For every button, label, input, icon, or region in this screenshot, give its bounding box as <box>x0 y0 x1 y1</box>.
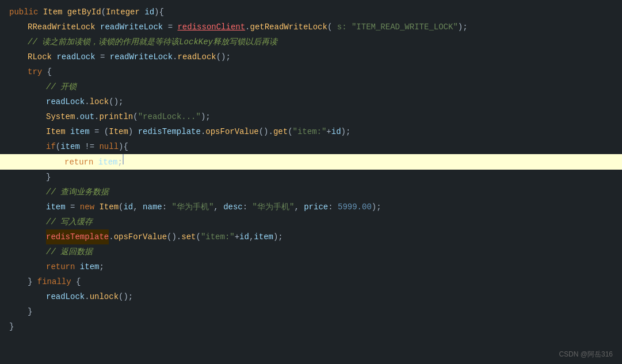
token-param-name: price <box>304 200 328 214</box>
token-method: lock <box>90 94 109 109</box>
code-line: } <box>0 319 622 334</box>
code-line: // 开锁 <box>0 79 622 94</box>
token-plain <box>66 124 70 139</box>
token-plain: , <box>213 200 223 214</box>
watermark: CSDN @阿岳316 <box>559 350 613 359</box>
token-var: item <box>46 200 66 214</box>
token-type: Integer <box>106 5 140 20</box>
token-comment: // 返回数据 <box>46 244 93 259</box>
token-var: id <box>144 5 154 20</box>
code-line: } <box>0 304 622 319</box>
token-plain: (). <box>167 229 181 244</box>
token-plain: (); <box>109 94 123 109</box>
token-plain: = <box>96 49 110 64</box>
token-plain: , <box>133 200 143 214</box>
token-plain: : <box>328 200 338 214</box>
token-plain: . <box>94 109 99 124</box>
code-line: return item; <box>0 259 622 274</box>
token-str: "华为手机" <box>172 200 214 214</box>
token-type: Item <box>99 200 119 214</box>
token-method: set <box>181 229 196 244</box>
token-var: item <box>80 259 100 274</box>
token-comment: // 查询业务数据 <box>46 185 109 200</box>
token-plain <box>96 20 100 35</box>
token-plain: + <box>326 124 331 139</box>
token-plain: { <box>71 274 81 289</box>
token-str: s: <box>337 20 347 35</box>
token-red-under: redissonClient <box>177 20 245 35</box>
token-plain <box>94 200 99 214</box>
token-var: readWriteLock <box>100 20 163 35</box>
token-type: RReadWriteLock <box>28 20 96 35</box>
token-comment: // 开锁 <box>46 79 77 94</box>
token-type: System <box>46 109 75 124</box>
token-plain: (); <box>119 289 133 304</box>
token-plain <box>347 20 352 35</box>
token-plain: = <box>66 200 80 214</box>
code-block: public Item getById(Integer id){RReadWri… <box>0 0 622 339</box>
token-null-kw: null <box>99 139 119 154</box>
token-plain: ) <box>128 124 138 139</box>
token-method: unlock <box>90 289 119 304</box>
token-plain: ){ <box>154 5 164 20</box>
token-num: 5999.00 <box>338 200 372 214</box>
token-kw: finally <box>37 274 71 289</box>
code-line: RReadWriteLock readWriteLock = redissonC… <box>0 20 622 35</box>
token-plain: ( <box>119 200 123 214</box>
code-line: try { <box>0 64 622 79</box>
token-plain: ( <box>101 5 106 20</box>
token-method: getReadWriteLock <box>250 20 327 35</box>
token-var: item <box>254 229 273 244</box>
token-str: "item:" <box>293 124 327 139</box>
token-plain: ( <box>196 229 200 244</box>
code-line: } <box>0 170 622 185</box>
token-method: readLock <box>177 49 216 64</box>
token-plain: ); <box>273 229 283 244</box>
code-line: // 返回数据 <box>0 244 622 259</box>
token-plain: . <box>85 289 89 304</box>
token-plain <box>93 155 98 170</box>
code-line: redisTemplate.opsForValue().set("item:"+… <box>0 229 622 244</box>
token-plain: ( <box>288 124 292 139</box>
token-type: RLock <box>28 49 52 64</box>
token-plain: = ( <box>90 124 109 139</box>
code-container: public Item getById(Integer id){RReadWri… <box>0 0 622 364</box>
token-plain: ( <box>133 109 138 124</box>
code-line: // 读之前加读锁，读锁的作用就是等待该LockKey释放写锁以后再读 <box>0 35 622 49</box>
token-plain: } <box>9 319 14 334</box>
token-var: item <box>60 139 80 154</box>
token-type: Item <box>109 124 128 139</box>
token-plain: ); <box>341 124 351 139</box>
token-str: "ITEM_READ_WRITE_LOCK" <box>352 20 458 35</box>
token-plain: } <box>46 170 51 185</box>
token-plain: = <box>163 20 177 35</box>
code-line: public Item getById(Integer id){ <box>0 5 622 20</box>
token-kw: public <box>9 5 38 20</box>
code-line: } finally { <box>0 274 622 289</box>
token-var: id <box>331 124 341 139</box>
token-plain: ( <box>56 139 60 154</box>
token-plain: ; <box>117 155 122 170</box>
token-plain: (). <box>259 124 273 139</box>
token-cursor <box>123 154 124 164</box>
token-kw: new <box>80 200 94 214</box>
token-plain: (); <box>216 49 231 64</box>
token-plain: ); <box>458 20 468 35</box>
token-kw2: if <box>46 139 56 154</box>
code-line: Item item = (Item) redisTemplate.opsForV… <box>0 124 622 139</box>
token-red-highlight: redisTemplate <box>46 229 109 244</box>
code-line: return item; <box>0 154 622 170</box>
token-method: opsForValue <box>205 124 258 139</box>
token-plain: ){ <box>119 139 128 154</box>
token-var: item <box>98 155 118 170</box>
token-plain: } <box>28 304 32 319</box>
code-line: // 写入缓存 <box>0 214 622 229</box>
token-plain: } <box>28 274 37 289</box>
token-plain: ); <box>372 200 381 214</box>
token-plain: . <box>201 124 205 139</box>
token-str: "readLock..." <box>138 109 201 124</box>
token-var: id <box>239 229 249 244</box>
token-plain: ( <box>327 20 337 35</box>
token-plain <box>52 49 56 64</box>
token-plain <box>38 5 43 20</box>
